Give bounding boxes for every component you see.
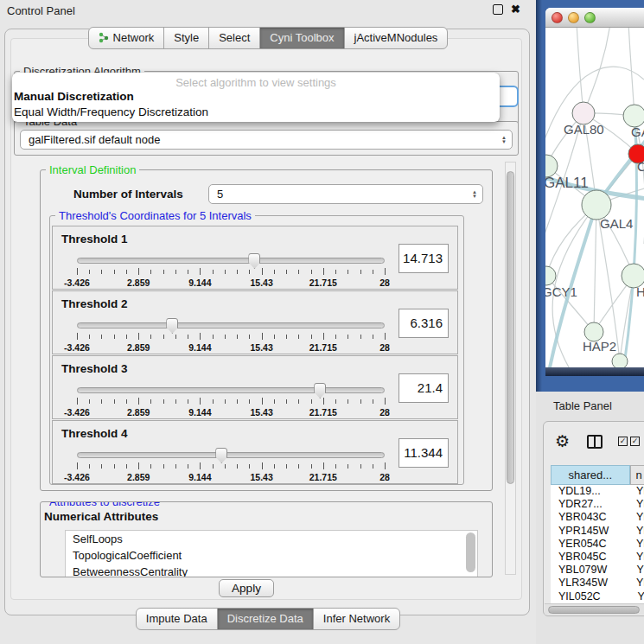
network-edge[interactable]	[594, 205, 596, 332]
network-edge[interactable]	[577, 28, 583, 113]
network-node-label: GAL80	[564, 122, 604, 137]
table-hscrollbar[interactable]	[545, 603, 644, 615]
tab-infer-network[interactable]: Infer Network	[313, 608, 400, 630]
table-hscrollbar-thumb[interactable]	[548, 606, 640, 614]
tab-network[interactable]: Network	[88, 27, 165, 49]
slider-ticks	[77, 268, 385, 276]
tab-select[interactable]: Select	[208, 27, 260, 49]
mac-minimize-icon[interactable]	[568, 12, 579, 23]
algorithm-option[interactable]: Manual Discretization	[14, 90, 134, 103]
threshold-slider[interactable]: -3.4262.8599.14415.4321.71528	[77, 322, 385, 352]
slider-tick-labels: -3.4262.8599.14415.4321.71528	[77, 472, 385, 482]
threshold-slider[interactable]: -3.4262.8599.14415.4321.71528	[77, 387, 385, 417]
table-row[interactable]: YER054CYER0	[551, 538, 644, 551]
attribute-list-item[interactable]: TopologicalCoefficient	[66, 547, 477, 564]
checkbox-select-none-icon[interactable]: ✓	[630, 437, 640, 446]
table-column-header[interactable]: shared...	[551, 465, 630, 485]
slider-handle[interactable]	[166, 318, 178, 334]
tab-label: Network	[113, 31, 155, 44]
gear-icon[interactable]: ⚙	[555, 431, 570, 451]
columns-icon[interactable]	[587, 435, 603, 449]
close-icon[interactable]: ✖	[511, 3, 520, 16]
checkbox-select-all-icon[interactable]: ✓	[618, 437, 628, 446]
table-row[interactable]: YDL19...YDL1	[551, 485, 644, 498]
table-cell: YBR0	[628, 551, 644, 564]
table-cell: YDR27...	[551, 498, 628, 511]
network-node-label: GA	[631, 124, 644, 139]
threshold-panel: Threshold 2-3.4262.8599.14415.4321.71528…	[52, 290, 458, 354]
table-row[interactable]: YLR345WYLR3	[551, 577, 644, 590]
threshold-value-field[interactable]: 11.344	[399, 438, 449, 468]
table-cell: YDL19...	[551, 485, 628, 498]
table-row[interactable]: YBR045CYBR0	[551, 551, 644, 564]
threshold-slider[interactable]: -3.4262.8599.14415.4321.71528	[77, 258, 385, 287]
table-data-combobox-value: galFiltered.sif default node	[29, 133, 160, 146]
tab-label: jActiveMNodules	[354, 31, 438, 44]
network-canvas[interactable]: GAL80GACGAL11GAL4GCY1HHAP2	[545, 28, 644, 367]
threshold-value-field[interactable]: 14.713	[399, 244, 449, 273]
float-window-icon[interactable]	[493, 4, 503, 15]
table-cell: YPR145W	[551, 525, 628, 538]
tab-impute-data[interactable]: Impute Data	[136, 608, 218, 630]
algorithm-option[interactable]: Equal Width/Frequency Discretization	[14, 105, 208, 118]
num-intervals-combobox[interactable]: 5 ▲▼	[208, 184, 483, 204]
table-toolbar: ⚙ ✓ ✓	[544, 422, 644, 462]
threshold-value-field[interactable]: 21.4	[399, 373, 449, 403]
attributes-group: Attributes to discretize Numerical Attri…	[40, 501, 493, 577]
settings-scrollbar-thumb[interactable]	[507, 171, 514, 484]
threshold-slider[interactable]: -3.4262.8599.14415.4321.71528	[77, 452, 385, 481]
settings-scrollbar[interactable]	[505, 162, 516, 575]
threshold-label: Threshold 2	[61, 297, 128, 310]
table-header-row: shared...n	[551, 465, 644, 485]
table-panel-title: Table Panel	[553, 399, 612, 412]
table-cell: YIL052C	[551, 590, 630, 603]
interval-definition-group-title: Interval Definition	[46, 163, 139, 176]
tab-style[interactable]: Style	[163, 27, 209, 49]
threshold-panel: Threshold 1-3.4262.8599.14415.4321.71528…	[52, 226, 458, 290]
table-row[interactable]: YDR27...YDR2	[551, 498, 644, 511]
network-icon	[99, 32, 109, 43]
tab-jactivemnodules[interactable]: jActiveMNodules	[344, 27, 449, 49]
mac-close-icon[interactable]	[552, 12, 563, 23]
table-row[interactable]: YBR043CYBR0	[551, 511, 644, 524]
threshold-label: Threshold 3	[61, 362, 128, 375]
slider-handle[interactable]	[248, 253, 260, 269]
table-cell: YBR045C	[551, 551, 628, 564]
cyni-mode-tabs: Impute DataDiscretize DataInfer Network	[0, 608, 536, 630]
table-cell: YBL079W	[551, 564, 628, 577]
network-node[interactable]	[582, 190, 611, 220]
apply-button[interactable]: Apply	[219, 579, 274, 597]
tab-cyni-toolbox[interactable]: Cyni Toolbox	[259, 27, 344, 49]
attribute-list-item[interactable]: SelfLoops	[66, 531, 477, 547]
threshold-value-field[interactable]: 6.316	[399, 309, 449, 338]
slider-tick-labels: -3.4262.8599.14415.4321.71528	[77, 342, 385, 353]
network-window[interactable]: GAL80GACGAL11GAL4GCY1HHAP2	[536, 0, 644, 392]
network-node-label: GCY1	[545, 284, 577, 299]
table-data-combobox[interactable]: galFiltered.sif default node ▲▼	[20, 130, 513, 150]
tab-label: Infer Network	[323, 612, 390, 625]
numerical-attributes-list[interactable]: SelfLoopsTopologicalCoefficientBetweenne…	[65, 530, 478, 577]
network-node[interactable]	[612, 354, 628, 367]
attributes-group-title: Attributes to discretize	[46, 501, 163, 508]
attribute-list-item[interactable]: BetweennessCentrality	[66, 564, 477, 577]
control-panel-titlebar: Control Panel ✖	[0, 0, 536, 21]
tab-discretize-data[interactable]: Discretize Data	[217, 608, 314, 630]
attributes-scrollbar[interactable]	[466, 532, 475, 572]
slider-track	[77, 387, 385, 393]
control-panel-tabs: NetworkStyleSelectCyni ToolboxjActiveMNo…	[0, 27, 536, 49]
num-intervals-value: 5	[217, 188, 223, 201]
table-cell: YLR3	[628, 577, 644, 590]
network-node[interactable]	[545, 266, 556, 285]
table-row[interactable]: YBL079WYBL0	[551, 564, 644, 577]
table-row[interactable]: YPR145WYPR1	[551, 525, 644, 538]
slider-handle[interactable]	[215, 448, 227, 463]
threshold-label: Threshold 4	[61, 427, 128, 440]
network-window-frame: GAL80GACGAL11GAL4GCY1HHAP2	[545, 8, 644, 376]
table-cell: YER054C	[551, 538, 628, 551]
table-column-header[interactable]: n	[630, 465, 644, 485]
table-row[interactable]: YIL052CYIL0	[551, 590, 644, 603]
slider-handle[interactable]	[314, 383, 326, 399]
mac-zoom-icon[interactable]	[584, 12, 596, 23]
table-panel-header: Table Panel	[536, 392, 644, 421]
numerical-attributes-label: Numerical Attributes	[44, 510, 158, 523]
